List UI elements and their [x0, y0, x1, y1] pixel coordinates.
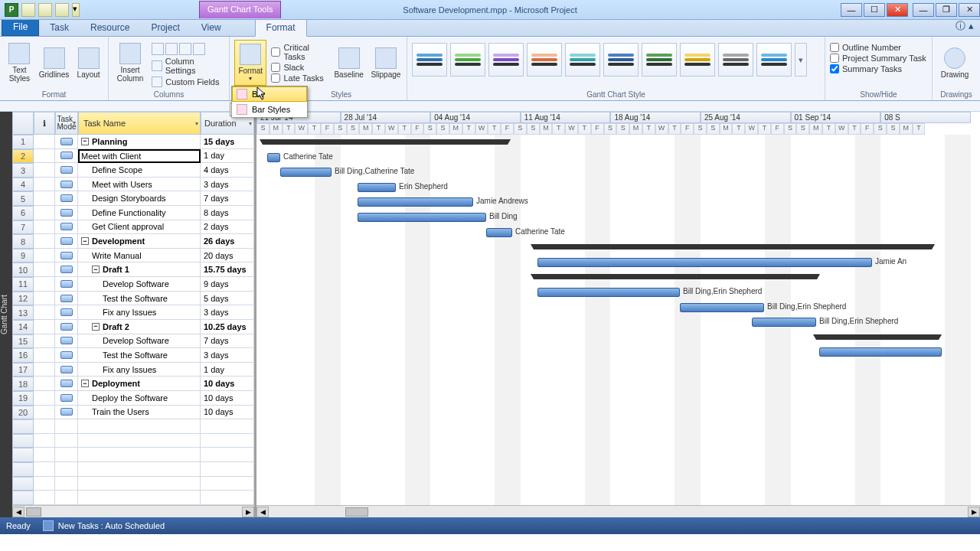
- mode-cell[interactable]: [55, 292, 78, 306]
- duration-cell[interactable]: 7 days: [201, 191, 254, 206]
- day-header[interactable]: T: [462, 123, 475, 135]
- table-row[interactable]: 19Deploy the Software10 days: [12, 391, 254, 406]
- day-header[interactable]: M: [540, 123, 553, 135]
- task-bar[interactable]: [486, 228, 512, 237]
- row-number[interactable]: 13: [12, 305, 34, 320]
- mode-cell[interactable]: [55, 206, 78, 220]
- task-bar[interactable]: [280, 168, 332, 177]
- day-header[interactable]: T: [283, 123, 296, 135]
- task-bar[interactable]: [358, 197, 473, 207]
- table-row[interactable]: 15Develop Software7 days: [12, 334, 254, 349]
- day-header[interactable]: T: [642, 123, 655, 135]
- format-dropdown-button[interactable]: Format▾: [234, 40, 266, 86]
- day-header[interactable]: S: [527, 123, 540, 135]
- row-number[interactable]: 17: [12, 363, 34, 377]
- row-number[interactable]: 5: [12, 191, 34, 206]
- mode-cell[interactable]: [55, 406, 78, 420]
- view-side-label[interactable]: Gantt Chart: [0, 112, 12, 517]
- day-header[interactable]: W: [475, 123, 488, 135]
- duration-cell[interactable]: 1 day: [201, 149, 254, 164]
- taskname-cell[interactable]: Define Functionality: [78, 206, 201, 220]
- custom-fields-button[interactable]: Custom Fields: [152, 77, 224, 87]
- qat-more-icon[interactable]: ▾: [72, 3, 80, 17]
- day-header[interactable]: M: [629, 123, 642, 135]
- day-header[interactable]: S: [256, 123, 270, 135]
- gantt-style-3[interactable]: [488, 43, 524, 77]
- day-header[interactable]: T: [578, 123, 591, 135]
- week-header[interactable]: 08 S: [880, 112, 971, 123]
- day-header[interactable]: T: [822, 123, 835, 135]
- table-row[interactable]: 13Fix any Issues3 days: [12, 305, 254, 320]
- late-tasks-checkbox[interactable]: Late Tasks: [271, 73, 328, 83]
- day-header[interactable]: T: [372, 123, 385, 135]
- align-left-icon[interactable]: [152, 43, 164, 55]
- duration-cell[interactable]: 2 days: [201, 220, 254, 235]
- mode-cell[interactable]: [55, 178, 78, 192]
- duration-cell[interactable]: 15.75 days: [201, 262, 254, 277]
- baseline-button[interactable]: Baseline: [332, 40, 364, 86]
- task-bar[interactable]: [537, 258, 872, 267]
- gantt-body[interactable]: Catherine TateBill Ding,Catherine TateEr…: [256, 135, 980, 517]
- layout-button[interactable]: Layout: [74, 40, 103, 86]
- task-bar[interactable]: [680, 303, 764, 312]
- table-row[interactable]: 2Meet with Client1 day: [12, 149, 254, 164]
- taskname-cell[interactable]: Write Manual: [78, 249, 201, 263]
- mode-cell[interactable]: [55, 391, 78, 406]
- day-header[interactable]: F: [861, 123, 874, 135]
- project-logo-icon[interactable]: P: [5, 3, 18, 17]
- mode-cell[interactable]: [55, 149, 78, 164]
- mode-cell[interactable]: [55, 334, 78, 349]
- mode-cell[interactable]: [55, 363, 78, 377]
- table-row[interactable]: 11Develop Software9 days: [12, 277, 254, 292]
- gantt-style-8[interactable]: [680, 43, 715, 77]
- row-number[interactable]: 9: [12, 249, 34, 263]
- day-header[interactable]: S: [784, 123, 797, 135]
- table-row[interactable]: 8−Development26 days: [12, 234, 254, 249]
- style-gallery-scroll[interactable]: ▾: [795, 43, 807, 77]
- taskname-cell[interactable]: −Draft 1: [78, 262, 201, 277]
- gantt-chart[interactable]: 21 Jul '1428 Jul '1404 Aug '1411 Aug '14…: [256, 112, 980, 517]
- duration-cell[interactable]: 4 days: [201, 163, 254, 178]
- summary-bar[interactable]: [263, 139, 508, 145]
- day-header[interactable]: S: [436, 123, 449, 135]
- table-row[interactable]: 3Define Scope4 days: [12, 163, 254, 178]
- duration-cell[interactable]: 10.25 days: [201, 320, 254, 334]
- mode-column-header[interactable]: Task Mode▾: [55, 112, 78, 135]
- day-header[interactable]: T: [913, 123, 926, 135]
- day-header[interactable]: F: [501, 123, 514, 135]
- taskname-cell[interactable]: −Planning: [78, 135, 201, 149]
- day-header[interactable]: S: [604, 123, 617, 135]
- day-header[interactable]: S: [347, 123, 360, 135]
- outline-number-checkbox[interactable]: Outline Number: [830, 43, 927, 52]
- text-styles-button[interactable]: Text Styles: [5, 40, 34, 86]
- row-number[interactable]: 19: [12, 391, 34, 406]
- mode-cell[interactable]: [55, 249, 78, 263]
- day-header[interactable]: W: [835, 123, 848, 135]
- day-header[interactable]: W: [385, 123, 398, 135]
- day-header[interactable]: M: [449, 123, 462, 135]
- row-number[interactable]: 18: [12, 377, 34, 391]
- row-number[interactable]: 4: [12, 178, 34, 192]
- duration-cell[interactable]: 3 days: [201, 305, 254, 320]
- duration-cell[interactable]: 20 days: [201, 249, 254, 263]
- row-number[interactable]: 8: [12, 234, 34, 249]
- day-header[interactable]: S: [874, 123, 887, 135]
- info-column-header[interactable]: ℹ: [34, 112, 55, 135]
- table-row[interactable]: 1−Planning15 days: [12, 135, 254, 149]
- summary-bar[interactable]: [816, 334, 939, 340]
- taskname-cell[interactable]: Meet with Client: [78, 149, 201, 164]
- day-header[interactable]: S: [514, 123, 527, 135]
- day-header[interactable]: S: [423, 123, 436, 135]
- day-header[interactable]: S: [796, 123, 809, 135]
- gantt-style-6[interactable]: [603, 43, 639, 77]
- day-header[interactable]: F: [591, 123, 604, 135]
- gantt-style-7[interactable]: [642, 43, 677, 77]
- duration-cell[interactable]: 10 days: [201, 391, 254, 406]
- status-newtasks[interactable]: New Tasks : Auto Scheduled: [43, 520, 165, 531]
- taskname-cell[interactable]: Define Scope: [78, 163, 201, 178]
- qat-save-icon[interactable]: [21, 3, 35, 17]
- duration-cell[interactable]: 10 days: [201, 406, 254, 420]
- drawing-button[interactable]: Drawing: [937, 40, 972, 86]
- day-header[interactable]: F: [681, 123, 694, 135]
- gridlines-button[interactable]: Gridlines: [39, 40, 69, 86]
